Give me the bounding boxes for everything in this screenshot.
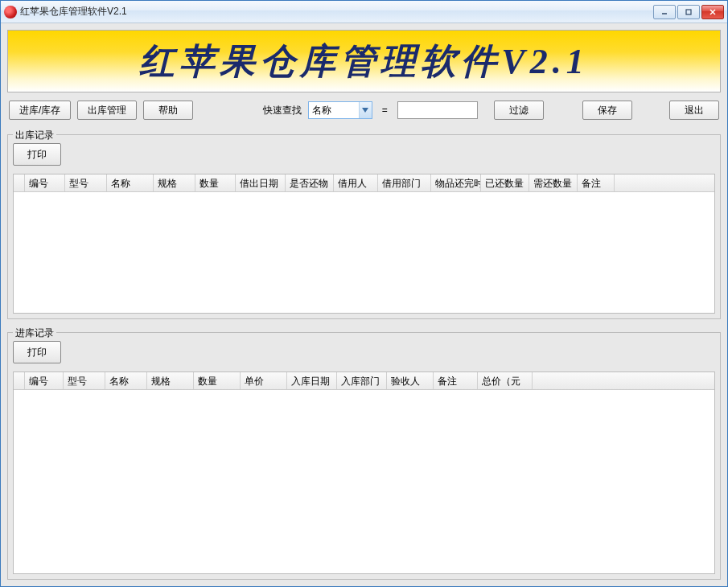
- col-header[interactable]: 是否还物: [286, 174, 334, 191]
- search-value-input[interactable]: [397, 101, 478, 119]
- col-header[interactable]: 入库日期: [287, 372, 337, 389]
- app-window: 红苹果仓库管理软件V2.1 红苹果仓库管理软件V2.1 进库/库存 出库管理 帮…: [0, 0, 728, 587]
- inbound-table-header: 编号 型号 名称 规格 数量 单价 入库日期 入库部门 验收人 备注 总价（元: [14, 372, 714, 390]
- col-header[interactable]: 借用人: [334, 174, 378, 191]
- col-header[interactable]: 入库部门: [337, 372, 387, 389]
- banner-title: 红苹果仓库管理软件V2.1: [139, 38, 588, 85]
- equals-label: =: [379, 105, 391, 116]
- col-header[interactable]: 名称: [105, 372, 147, 389]
- col-header[interactable]: 型号: [65, 174, 107, 191]
- outbound-panel: 出库记录 打印 编号 型号 名称 规格 数量 借出日期 是否还物 借用人: [7, 134, 721, 319]
- col-header[interactable]: 借用部门: [378, 174, 431, 191]
- outbound-table-header: 编号 型号 名称 规格 数量 借出日期 是否还物 借用人 借用部门 物品还完时 …: [14, 174, 714, 192]
- window-controls: [653, 5, 724, 19]
- col-header[interactable]: 名称: [107, 174, 154, 191]
- col-header[interactable]: 编号: [25, 174, 65, 191]
- maximize-button[interactable]: [677, 5, 700, 19]
- app-icon: [4, 6, 17, 18]
- row-selector-header: [14, 174, 25, 191]
- inbound-table[interactable]: 编号 型号 名称 规格 数量 单价 入库日期 入库部门 验收人 备注 总价（元: [13, 371, 715, 574]
- quick-search-label: 快速查找: [231, 104, 302, 117]
- col-header[interactable]: 验收人: [387, 372, 434, 389]
- outbound-print-button[interactable]: 打印: [13, 143, 61, 166]
- col-header[interactable]: 需还数量: [529, 174, 578, 191]
- save-button[interactable]: 保存: [582, 101, 632, 120]
- titlebar[interactable]: 红苹果仓库管理软件V2.1: [1, 1, 727, 23]
- col-header[interactable]: 备注: [434, 372, 478, 389]
- exit-button[interactable]: 退出: [669, 101, 719, 120]
- col-header[interactable]: 总价（元: [478, 372, 533, 389]
- content-area: 红苹果仓库管理软件V2.1 进库/库存 出库管理 帮助 快速查找 = 过滤 保存…: [1, 23, 727, 586]
- stock-in-button[interactable]: 进库/库存: [9, 101, 71, 120]
- col-header[interactable]: 数量: [195, 174, 236, 191]
- svg-rect-1: [686, 10, 691, 14]
- search-field-select[interactable]: [308, 101, 372, 119]
- search-field-select-wrap: [308, 101, 372, 119]
- minimize-button[interactable]: [653, 5, 676, 19]
- col-header[interactable]: 编号: [25, 372, 64, 389]
- col-header[interactable]: 借出日期: [236, 174, 286, 191]
- outbound-panel-label: 出库记录: [13, 129, 56, 142]
- help-button[interactable]: 帮助: [143, 101, 193, 120]
- inbound-panel-label: 进库记录: [13, 326, 56, 340]
- window-title: 红苹果仓库管理软件V2.1: [20, 5, 653, 18]
- col-header[interactable]: 已还数量: [481, 174, 529, 191]
- col-header[interactable]: 数量: [194, 372, 241, 389]
- outbound-table[interactable]: 编号 型号 名称 规格 数量 借出日期 是否还物 借用人 借用部门 物品还完时 …: [13, 174, 715, 314]
- col-header[interactable]: 单价: [241, 372, 287, 389]
- col-header[interactable]: 规格: [147, 372, 194, 389]
- col-header[interactable]: 型号: [64, 372, 105, 389]
- main-toolbar: 进库/库存 出库管理 帮助 快速查找 = 过滤 保存 退出: [7, 97, 721, 123]
- col-header[interactable]: 物品还完时: [431, 174, 481, 191]
- inbound-print-button[interactable]: 打印: [13, 341, 61, 363]
- row-selector-header: [14, 372, 25, 389]
- filter-button[interactable]: 过滤: [494, 101, 544, 120]
- col-header[interactable]: 备注: [578, 174, 615, 191]
- stock-out-button[interactable]: 出库管理: [77, 101, 137, 120]
- banner: 红苹果仓库管理软件V2.1: [7, 30, 721, 92]
- col-header[interactable]: 规格: [154, 174, 195, 191]
- close-button[interactable]: [701, 5, 724, 19]
- inbound-panel: 进库记录 打印 编号 型号 名称 规格 数量 单价 入库日期 入库部门: [7, 332, 721, 580]
